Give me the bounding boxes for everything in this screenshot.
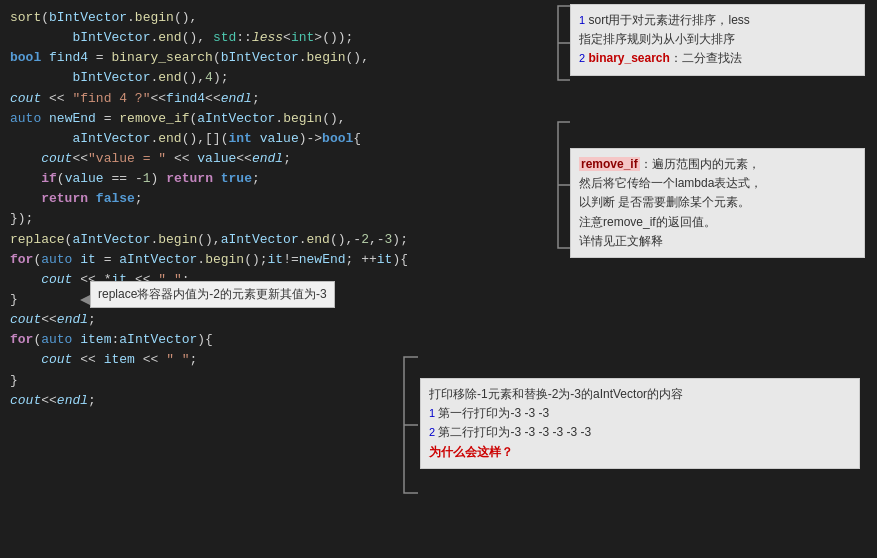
code-line-13: for(auto it = aIntVector.begin();it!=new… bbox=[10, 250, 570, 270]
code-line-4: bIntVector.end(),4); bbox=[10, 68, 570, 88]
code-line-5: cout << "find 4 ?"<<find4<<endl; bbox=[10, 89, 570, 109]
annotation-box-2-title: remove_if：遍历范围内的元素， bbox=[579, 155, 856, 174]
annotation-box-2-line4: 详情见正文解释 bbox=[579, 232, 856, 251]
code-line-18: cout << item << " "; bbox=[10, 350, 570, 370]
annotation-box-2-line1: 然后将它传给一个lambda表达式， bbox=[579, 174, 856, 193]
code-line-11: }); bbox=[10, 209, 570, 229]
code-line-12: replace(aIntVector.begin(),aIntVector.en… bbox=[10, 230, 570, 250]
annotation-box-1-line3: 2 binary_search：二分查找法 bbox=[579, 49, 856, 68]
annotation-box-2: remove_if：遍历范围内的元素， 然后将它传给一个lambda表达式， 以… bbox=[570, 148, 865, 258]
annotation-box-1-line2: 指定排序规则为从小到大排序 bbox=[579, 30, 856, 49]
code-line-9: if(value == -1) return true; bbox=[10, 169, 570, 189]
annotation-box-2-line2: 以判断 是否需要删除某个元素。 bbox=[579, 193, 856, 212]
code-line-8: cout<<"value = " << value<<endl; bbox=[10, 149, 570, 169]
code-line-10: return false; bbox=[10, 189, 570, 209]
code-line-7: aIntVector.end(),[](int value)->bool{ bbox=[10, 129, 570, 149]
code-line-3: bool find4 = binary_search(bIntVector.be… bbox=[10, 48, 570, 68]
annotation-box-4-line3: 为什么会这样？ bbox=[429, 443, 851, 462]
annotation-box-2-line3: 注意remove_if的返回值。 bbox=[579, 213, 856, 232]
tooltip-replace: replace将容器内值为-2的元素更新其值为-3 bbox=[90, 281, 335, 308]
code-line-17: for(auto item:aIntVector){ bbox=[10, 330, 570, 350]
code-area: sort(bIntVector.begin(), bIntVector.end(… bbox=[0, 0, 580, 558]
annotation-box-4: 打印移除-1元素和替换-2为-3的aIntVector的内容 1 第一行打印为-… bbox=[420, 378, 860, 469]
annotation-box-1: 1 sort用于对元素进行排序，less 指定排序规则为从小到大排序 2 bin… bbox=[570, 4, 865, 76]
code-line-6: auto newEnd = remove_if(aIntVector.begin… bbox=[10, 109, 570, 129]
annotation-box-1-line1: 1 sort用于对元素进行排序，less bbox=[579, 11, 856, 30]
code-line-2: bIntVector.end(), std::less<int>()); bbox=[10, 28, 570, 48]
code-line-1: sort(bIntVector.begin(), bbox=[10, 8, 570, 28]
annotation-box-4-line0: 打印移除-1元素和替换-2为-3的aIntVector的内容 bbox=[429, 385, 851, 404]
code-line-16: cout<<endl; bbox=[10, 310, 570, 330]
annotation-box-4-line1: 1 第一行打印为-3 -3 -3 bbox=[429, 404, 851, 423]
annotation-box-4-line2: 2 第二行打印为-3 -3 -3 -3 -3 -3 bbox=[429, 423, 851, 442]
